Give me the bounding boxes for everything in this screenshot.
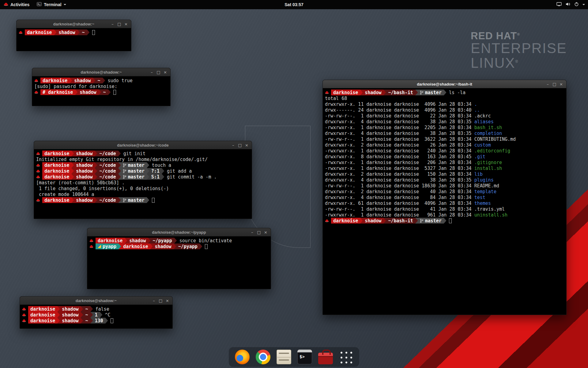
window-titlebar[interactable]: darknoise@shadow:~/code – □ ×	[34, 141, 252, 149]
show-applications-icon[interactable]	[339, 350, 353, 364]
powerline-separator	[118, 162, 121, 168]
terminal-line: drwxrwxr-x. 8 darknoise darknoise 163 Ja…	[325, 154, 564, 159]
close-button[interactable]: ×	[263, 229, 269, 235]
terminal-line: -rw-rw-r--. 1 darknoise darknoise 18630 …	[325, 183, 564, 189]
prompt-segment: shadow	[74, 151, 95, 156]
top-bar: Activities Terminal Sat 03:57	[0, 0, 588, 9]
minimize-button[interactable]: –	[230, 142, 236, 148]
minimize-button[interactable]: –	[151, 298, 157, 304]
terminal-text: -rw-rw-r--. 1 darknoise darknoise 3622 J…	[325, 136, 516, 142]
prompt-segment: darknoise	[28, 306, 57, 312]
powerline-separator	[71, 174, 74, 180]
powerline-separator	[87, 29, 89, 35]
chrome-icon[interactable]	[256, 350, 270, 364]
terminal-line: darknoiseshadow~/bash-itmaster ls -la	[325, 90, 564, 95]
clock[interactable]: Sat 03:57	[285, 2, 303, 7]
redhat-prompt-icon	[22, 307, 26, 311]
minimize-button[interactable]: –	[110, 21, 115, 27]
powerline-separator	[444, 90, 446, 95]
terminal-line: -rwxrwxr-x. 1 darknoise darknoise 961 Ja…	[325, 212, 564, 218]
terminal-icon[interactable]: $>	[297, 350, 312, 364]
terminal-content[interactable]: darknoiseshadow~/bash-itmaster ls -latot…	[323, 88, 566, 225]
terminal-content[interactable]: darknoiseshadow~/pyapp source bin/activa…	[87, 236, 271, 251]
maximize-button[interactable]: □	[237, 142, 243, 148]
prompt-segment: darknoise	[28, 318, 57, 324]
toolbox-icon[interactable]	[318, 353, 333, 364]
file-name: completion	[474, 131, 502, 136]
maximize-button[interactable]: □	[116, 21, 122, 27]
prompt-segment: ~/pyapp	[150, 238, 174, 243]
prompt-segment: darknoise	[42, 168, 71, 174]
prompt-segment: shadow	[60, 306, 81, 312]
terminal-cursor	[111, 318, 113, 323]
powerline-separator	[100, 312, 102, 318]
terminal-line: pyappdarknoiseshadow~/pyapp	[89, 243, 269, 249]
file-name: .gitignore	[474, 160, 502, 165]
powerline-separator	[118, 174, 121, 180]
window-titlebar[interactable]: darknoise@shadow:~ – □ ×	[17, 20, 131, 28]
terminal-line: -rwxrwxr-x. 1 darknoise darknoise 240 Ja…	[325, 148, 564, 154]
window-controls: – □ ×	[249, 229, 271, 235]
powerline-separator	[119, 243, 121, 249]
powerline-separator	[54, 29, 56, 35]
minimize-button[interactable]: –	[249, 229, 255, 235]
terminal-content[interactable]: darknoiseshadow~	[17, 28, 131, 36]
activities-button[interactable]: Activities	[0, 0, 33, 9]
prompt-segment: 1	[93, 312, 100, 318]
powerline-separator	[71, 168, 74, 174]
maximize-button[interactable]: □	[552, 81, 557, 87]
maximize-button[interactable]: □	[156, 69, 161, 75]
window-controls: – □ ×	[545, 81, 566, 87]
files-icon[interactable]	[277, 350, 291, 364]
terminal-content[interactable]: darknoiseshadow~ falsedarknoiseshadow~1 …	[20, 305, 172, 325]
app-menu[interactable]: Terminal	[33, 0, 70, 9]
file-name: .editorconfig	[474, 148, 510, 154]
terminal-content[interactable]: darknoiseshadow~ sudo true[sudo] passwor…	[32, 76, 170, 96]
terminal-window: darknoise@shadow:~/pyapp – □ × darknoise…	[87, 228, 271, 289]
powerline-separator	[81, 312, 83, 318]
status-area[interactable]	[556, 0, 588, 9]
redhat-prompt-icon	[325, 219, 329, 222]
terminal-line: drwxrwxr-x. 4 darknoise darknoise 38 Jan…	[325, 119, 564, 125]
powerline-separator	[415, 218, 418, 224]
window-titlebar[interactable]: darknoise@shadow:~ – □ ×	[32, 68, 170, 76]
terminal-line: drwxrwxr-x. 61 darknoise darknoise 4096 …	[325, 200, 564, 206]
redhat-prompt-icon	[36, 198, 40, 202]
terminal-text: drwxrwxr-x. 4 darknoise darknoise 38 Jan…	[325, 119, 474, 125]
prompt-segment: shadow	[363, 90, 383, 95]
redhat-prompt-icon	[36, 169, 40, 173]
close-button[interactable]: ×	[164, 298, 170, 304]
close-button[interactable]: ×	[123, 21, 129, 27]
window-titlebar[interactable]: darknoise@shadow:~/bash-it – □ ×	[323, 80, 566, 88]
prompt-segment: shadow	[153, 243, 173, 249]
powerline-separator	[90, 312, 93, 318]
firefox-icon[interactable]	[235, 350, 250, 364]
maximize-button[interactable]: □	[256, 229, 262, 235]
file-name: lib	[474, 171, 483, 177]
prompt-segment: shadow	[74, 168, 95, 174]
prompt-segment: master	[418, 90, 444, 95]
prompt-segment: shadow	[363, 218, 383, 224]
terminal-content[interactable]: darknoiseshadow~/code git initInitialize…	[34, 149, 252, 204]
terminal-text: git commit -a -m .	[164, 174, 217, 180]
terminal-text: drwxrwxr-x. 4 darknoise darknoise 38 Jan…	[325, 177, 474, 183]
terminal-line: 1 file changed, 0 insertions(+), 0 delet…	[36, 186, 250, 191]
window-titlebar[interactable]: darknoise@shadow:~/pyapp – □ ×	[87, 228, 271, 236]
minimize-button[interactable]: –	[545, 81, 551, 87]
terminal-text: [master (root-commit) 50bcb63] .	[36, 180, 125, 186]
powerline-separator	[99, 89, 101, 95]
window-controls: – □ ×	[151, 298, 172, 304]
terminal-text: ls -la	[446, 90, 466, 95]
close-button[interactable]: ×	[558, 81, 564, 87]
minimize-button[interactable]: –	[149, 69, 155, 75]
prompt-segment: pyapp	[96, 243, 119, 249]
close-button[interactable]: ×	[244, 142, 250, 148]
terminal-cursor	[92, 30, 95, 35]
close-button[interactable]: ×	[162, 69, 168, 75]
rhel-brand-logo: RED HAT® ENTERPRISE LINUX®	[471, 31, 567, 71]
terminal-cursor	[152, 198, 155, 203]
registered-mark: ®	[517, 32, 520, 36]
python-icon	[98, 245, 101, 248]
window-titlebar[interactable]: darknoise@shadow:~ – □ ×	[20, 297, 172, 305]
maximize-button[interactable]: □	[158, 298, 164, 304]
